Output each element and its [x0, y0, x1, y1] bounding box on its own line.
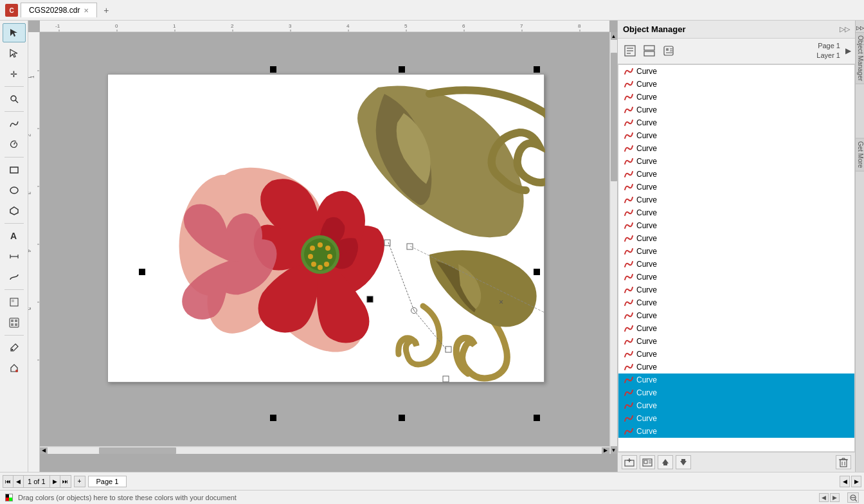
svg-text:5: 5	[404, 23, 408, 29]
object-item-23[interactable]: Curve	[618, 348, 854, 361]
svg-rect-7	[10, 167, 18, 173]
status-scroll-right[interactable]: ▶	[830, 493, 840, 502]
page-tab-1[interactable]: Page 1	[88, 476, 127, 487]
transform-tool-button[interactable]: ✛	[3, 64, 26, 84]
prev-page-btn[interactable]: ◀	[14, 476, 24, 487]
object-item-10[interactable]: Curve	[618, 181, 854, 194]
rectangle-tool-button[interactable]	[3, 160, 26, 179]
close-tab-icon[interactable]: ✕	[84, 7, 89, 14]
object-item-21[interactable]: Curve	[618, 322, 854, 335]
vertical-scrollbar[interactable]: ▲ ▼	[609, 32, 617, 454]
zoom-out-btn[interactable]	[847, 492, 859, 503]
object-label-19: Curve	[636, 298, 849, 307]
new-master-layer-btn[interactable]	[640, 455, 655, 469]
sel-handle-top-mid[interactable]	[399, 66, 405, 73]
sel-handle-mid-left[interactable]	[139, 269, 145, 275]
object-item-12[interactable]: Curve	[618, 206, 854, 219]
object-properties-btn[interactable]	[660, 44, 677, 58]
object-item-13[interactable]: Curve	[618, 219, 854, 232]
select-tool-button[interactable]	[3, 23, 26, 42]
object-item-3[interactable]: Curve	[618, 91, 854, 104]
node-handle-active[interactable]	[367, 296, 373, 302]
spiral-tool-button[interactable]	[3, 135, 26, 154]
eyedropper-button[interactable]	[3, 338, 26, 357]
object-item-28[interactable]: Curve	[618, 412, 854, 425]
object-item-11[interactable]: Curve	[618, 194, 854, 206]
sel-handle-bot-left[interactable]	[270, 415, 276, 421]
svg-text:4: 4	[346, 23, 350, 29]
add-tab-button[interactable]: +	[100, 4, 113, 17]
object-manager-tab[interactable]: Object Manager	[855, 32, 864, 84]
first-page-btn[interactable]: ⏮	[3, 476, 14, 487]
page-nav-bar: ⏮ ◀ 1 of 1 ▶ ⏭ + Page 1 ◀ ▶	[0, 472, 864, 490]
object-item-5[interactable]: Curve	[618, 116, 854, 129]
expand-arrow-btn[interactable]: ▷▷	[856, 23, 864, 32]
text-tool-button[interactable]: A	[3, 226, 26, 246]
zoom-tool-button[interactable]	[3, 89, 26, 109]
object-item-15[interactable]: Curve	[618, 245, 854, 258]
panel-expand-btn[interactable]: ▷▷	[840, 25, 850, 33]
object-item-24[interactable]: Curve	[618, 361, 854, 374]
node-handle-6[interactable]	[443, 376, 449, 382]
move-down-btn[interactable]	[676, 455, 691, 469]
object-item-17[interactable]: Curve	[618, 271, 854, 284]
object-item-18[interactable]: Curve	[618, 284, 854, 296]
node-handle-4[interactable]	[446, 346, 451, 352]
interactive-fill-button[interactable]	[3, 313, 26, 332]
object-item-4[interactable]: Curve	[618, 104, 854, 116]
object-item-26[interactable]: Curve	[618, 386, 854, 399]
scroll-right-btn[interactable]: ▶	[851, 476, 861, 487]
object-label-15: Curve	[636, 247, 849, 256]
object-item-1[interactable]: Curve	[618, 65, 854, 78]
subselect-tool-button[interactable]	[3, 44, 26, 63]
get-more-tab[interactable]: Get More	[855, 138, 864, 172]
move-up-btn[interactable]	[658, 455, 673, 469]
object-item-19[interactable]: Curve	[618, 296, 854, 309]
object-item-7[interactable]: Curve	[618, 142, 854, 155]
panel-arrow-btn[interactable]: ▶	[845, 46, 851, 55]
next-page-btn[interactable]: ▶	[50, 476, 60, 487]
delete-object-btn[interactable]	[836, 455, 851, 469]
object-item-29[interactable]: Curve	[618, 425, 854, 438]
object-item-27[interactable]: Curve	[618, 399, 854, 412]
sel-handle-bot-mid[interactable]	[399, 415, 405, 421]
last-page-btn[interactable]: ⏭	[60, 476, 71, 487]
object-label-28: Curve	[636, 414, 849, 423]
object-item-9[interactable]: Curve	[618, 168, 854, 181]
node-handle-2[interactable]	[407, 244, 413, 249]
connector-tool-button[interactable]	[3, 267, 26, 287]
new-layer-btn[interactable]	[622, 455, 637, 469]
dimension-tool-button[interactable]	[3, 247, 26, 266]
freehand-tool-button[interactable]	[3, 114, 26, 134]
object-item-14[interactable]: Curve	[618, 232, 854, 245]
sel-handle-mid-right[interactable]	[534, 269, 540, 275]
paint-bucket-button[interactable]	[3, 359, 26, 378]
sel-handle-bot-right[interactable]	[534, 415, 540, 421]
object-label-22: Curve	[636, 337, 849, 346]
add-page-btn[interactable]: +	[74, 476, 86, 487]
status-scroll-left[interactable]: ◀	[819, 493, 829, 502]
polygon-tool-button[interactable]	[3, 201, 26, 221]
sel-handle-top-left[interactable]	[270, 66, 276, 73]
layer-manager-btn[interactable]	[641, 44, 658, 58]
dropper-tool-button[interactable]	[3, 292, 26, 312]
object-item-16[interactable]: Curve	[618, 258, 854, 271]
svg-line-73	[388, 242, 414, 310]
show-properties-btn[interactable]	[622, 44, 638, 58]
object-label-26: Curve	[636, 388, 849, 397]
node-handle-1[interactable]	[384, 240, 390, 246]
object-item-2[interactable]: Curve	[618, 78, 854, 91]
object-item-22[interactable]: Curve	[618, 335, 854, 348]
object-item-8[interactable]: Curve	[618, 155, 854, 168]
svg-point-72	[318, 265, 323, 270]
sel-handle-top-right[interactable]	[534, 66, 540, 73]
ellipse-tool-button[interactable]	[3, 181, 26, 200]
object-item-25[interactable]: Curve	[618, 374, 854, 386]
svg-point-70	[311, 262, 316, 267]
svg-rect-15	[12, 300, 14, 302]
object-item-6[interactable]: Curve	[618, 129, 854, 142]
file-tab[interactable]: CGS20298.cdr ✕	[21, 3, 97, 17]
scroll-left-btn[interactable]: ◀	[840, 476, 850, 487]
object-item-20[interactable]: Curve	[618, 309, 854, 322]
object-list[interactable]: Curve Curve Curve Curve Curve Curve Curv…	[618, 64, 855, 452]
